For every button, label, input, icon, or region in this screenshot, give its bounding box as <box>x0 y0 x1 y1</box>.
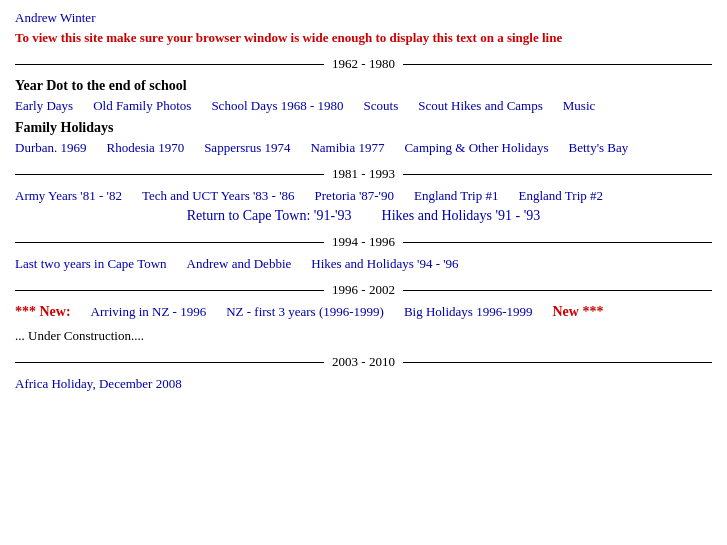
big-holidays-link[interactable]: Big Holidays 1996-1999 <box>404 304 533 320</box>
divider-line-right <box>403 64 712 65</box>
nav-row-1996: *** New: Arriving in NZ - 1996 NZ - firs… <box>15 304 712 320</box>
england2-link[interactable]: England Trip #2 <box>518 188 603 204</box>
divider-line-right5 <box>403 362 712 363</box>
divider-1981-1993: 1981 - 1993 <box>15 166 712 182</box>
old-family-photos-link[interactable]: Old Family Photos <box>93 98 191 114</box>
durban-link[interactable]: Durban. 1969 <box>15 140 87 156</box>
divider-text: 1962 - 1980 <box>324 56 403 72</box>
hikes-holidays-91-link[interactable]: Hikes and Holidays '91 - '93 <box>382 208 541 224</box>
andrew-debbie-link[interactable]: Andrew and Debbie <box>187 256 292 272</box>
sappersrus-link[interactable]: Sappersrus 1974 <box>204 140 290 156</box>
africa-holiday-link[interactable]: Africa Holiday, December 2008 <box>15 376 182 392</box>
divider-line-right4 <box>403 290 712 291</box>
return-cape-town-link[interactable]: Return to Cape Town: '91-'93 <box>187 208 352 224</box>
early-days-link[interactable]: Early Days <box>15 98 73 114</box>
music-link[interactable]: Music <box>563 98 596 114</box>
centered-row-1981: Return to Cape Town: '91-'93 Hikes and H… <box>15 208 712 224</box>
rhodesia-link[interactable]: Rhodesia 1970 <box>107 140 185 156</box>
divider-1962-1980: 1962 - 1980 <box>15 56 712 72</box>
last-two-years-link[interactable]: Last two years in Cape Town <box>15 256 167 272</box>
arriving-nz-link[interactable]: Arriving in NZ - 1996 <box>91 304 207 320</box>
scout-hikes-link[interactable]: Scout Hikes and Camps <box>418 98 543 114</box>
nav-row-1981: Army Years '81 - '82 Tech and UCT Years … <box>15 188 712 204</box>
england1-link[interactable]: England Trip #1 <box>414 188 499 204</box>
nav-row-family-holidays: Durban. 1969 Rhodesia 1970 Sappersrus 19… <box>15 140 712 156</box>
divider-text3: 1994 - 1996 <box>324 234 403 250</box>
divider-1996-2002: 1996 - 2002 <box>15 282 712 298</box>
nz-3years-link[interactable]: NZ - first 3 years (1996-1999) <box>226 304 384 320</box>
bettys-bay-link[interactable]: Betty's Bay <box>569 140 629 156</box>
school-days-link[interactable]: School Days 1968 - 1980 <box>211 98 343 114</box>
under-construction: ... Under Construction.... <box>15 328 712 344</box>
divider-text5: 2003 - 2010 <box>324 354 403 370</box>
nav-row-school: Early Days Old Family Photos School Days… <box>15 98 712 114</box>
divider-line-left4 <box>15 290 324 291</box>
hikes-94-link[interactable]: Hikes and Holidays '94 - '96 <box>311 256 458 272</box>
scouts-link[interactable]: Scouts <box>364 98 399 114</box>
divider-line-right2 <box>403 174 712 175</box>
divider-line-right3 <box>403 242 712 243</box>
divider-line-left2 <box>15 174 324 175</box>
nav-row-1994: Last two years in Cape Town Andrew and D… <box>15 256 712 272</box>
divider-line-left <box>15 64 324 65</box>
author-link[interactable]: Andrew Winter <box>15 10 712 26</box>
divider-text4: 1996 - 2002 <box>324 282 403 298</box>
divider-1994-1996: 1994 - 1996 <box>15 234 712 250</box>
nav-row-2003: Africa Holiday, December 2008 <box>15 376 712 392</box>
divider-line-left5 <box>15 362 324 363</box>
camping-link[interactable]: Camping & Other Holidays <box>404 140 548 156</box>
new-label: *** New: <box>15 304 71 320</box>
divider-2003-2010: 2003 - 2010 <box>15 354 712 370</box>
pretoria-link[interactable]: Pretoria '87-'90 <box>315 188 394 204</box>
namibia-link[interactable]: Namibia 1977 <box>310 140 384 156</box>
divider-line-left3 <box>15 242 324 243</box>
section-heading-school: Year Dot to the end of school <box>15 78 712 94</box>
site-warning: To view this site make sure your browser… <box>15 30 712 46</box>
army-years-link[interactable]: Army Years '81 - '82 <box>15 188 122 204</box>
new-star: New *** <box>552 304 603 320</box>
section-heading-holidays: Family Holidays <box>15 120 712 136</box>
divider-text2: 1981 - 1993 <box>324 166 403 182</box>
tech-uct-link[interactable]: Tech and UCT Years '83 - '86 <box>142 188 295 204</box>
